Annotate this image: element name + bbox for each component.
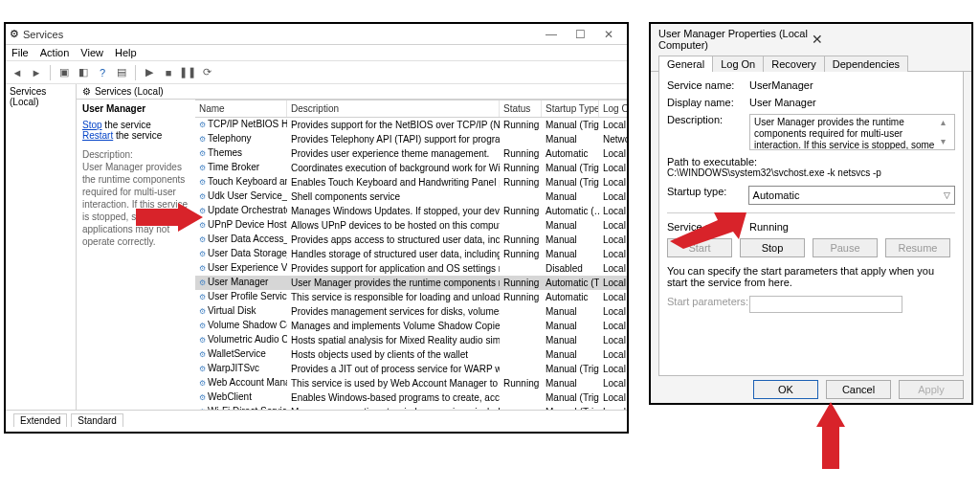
- col-logon[interactable]: Log On As: [599, 100, 627, 117]
- gear-icon: ⚙: [10, 28, 19, 40]
- table-row[interactable]: ⚙Volume Shadow CopyManages and implement…: [195, 319, 627, 333]
- description-box[interactable]: User Manager provides the runtime compon…: [749, 114, 955, 150]
- gear-icon: ⚙: [199, 235, 206, 244]
- table-row[interactable]: ⚙Update Orchestrator ServiceManages Wind…: [195, 204, 627, 218]
- toolbar-icon[interactable]: ▣: [56, 65, 72, 80]
- label-start-params: Start parameters:: [667, 296, 749, 307]
- menu-help[interactable]: Help: [115, 47, 137, 58]
- table-row[interactable]: ⚙User ManagerUser Manager provides the r…: [195, 276, 627, 290]
- stop-link-line: Stop the service: [82, 120, 189, 130]
- toolbar-icon[interactable]: ◧: [76, 65, 91, 80]
- dialog-title: User Manager Properties (Local Computer): [658, 28, 812, 51]
- gear-icon: ⚙: [199, 192, 206, 201]
- forward-button[interactable]: ►: [29, 65, 44, 80]
- ok-button[interactable]: OK: [753, 380, 818, 399]
- table-row[interactable]: ⚙Wi-Fi Direct Services Conne…Manages con…: [195, 405, 627, 410]
- col-status[interactable]: Status: [500, 100, 542, 117]
- services-window: ⚙ Services — ☐ ✕ File Action View Help ◄…: [4, 22, 629, 434]
- grid-header[interactable]: Name Description Status Startup Type Log…: [195, 100, 627, 118]
- restart-button[interactable]: ⟳: [199, 65, 214, 80]
- services-titlebar[interactable]: ⚙ Services — ☐ ✕: [6, 24, 627, 45]
- chevron-down-icon: ▽: [944, 190, 950, 200]
- menu-view[interactable]: View: [80, 47, 103, 58]
- resume-button[interactable]: Resume: [885, 238, 950, 257]
- scrollbar-icon[interactable]: ▴▾: [941, 117, 952, 147]
- table-row[interactable]: ⚙Virtual DiskProvides management service…: [195, 304, 627, 319]
- bottom-tabs: Extended Standard: [6, 410, 627, 429]
- col-startup[interactable]: Startup Type: [542, 100, 599, 117]
- maximize-button[interactable]: ☐: [566, 25, 594, 44]
- pause-button[interactable]: Pause: [813, 238, 878, 257]
- col-name[interactable]: Name: [195, 100, 287, 117]
- table-row[interactable]: ⚙TelephonyProvides Telephony API (TAPI) …: [195, 132, 627, 146]
- tree-pane[interactable]: Services (Local): [6, 84, 77, 410]
- scope-label: Services (Local): [95, 86, 164, 97]
- table-row[interactable]: ⚙Udk User Service_10bb3f60Shell componen…: [195, 189, 627, 204]
- gear-icon: ⚙: [199, 379, 206, 388]
- pause-button[interactable]: ❚❚: [180, 65, 195, 80]
- table-row[interactable]: ⚙User Data Access_10bb3f60Provides apps …: [195, 233, 627, 247]
- stop-service-link[interactable]: Stop: [82, 120, 102, 130]
- close-button[interactable]: ✕: [812, 32, 965, 47]
- cancel-button[interactable]: Cancel: [826, 380, 891, 399]
- minimize-button[interactable]: —: [537, 25, 566, 44]
- tab-standard[interactable]: Standard: [71, 413, 123, 427]
- table-row[interactable]: ⚙Web Account ManagerThis service is used…: [195, 376, 627, 390]
- stop-button[interactable]: Stop: [740, 238, 805, 257]
- svg-marker-2: [816, 402, 845, 469]
- table-row[interactable]: ⚙User Profile ServiceThis service is res…: [195, 290, 627, 304]
- tab-general[interactable]: General: [658, 56, 713, 72]
- apply-button[interactable]: Apply: [899, 380, 964, 399]
- table-row[interactable]: ⚙WarpJITSvcProvides a JIT out of process…: [195, 362, 627, 376]
- menu-file[interactable]: File: [11, 47, 29, 58]
- table-row[interactable]: ⚙WebClientEnables Windows-based programs…: [195, 390, 627, 405]
- value-service-status: Running: [749, 221, 955, 233]
- tab-recovery[interactable]: Recovery: [763, 56, 824, 72]
- gear-icon: ⚙: [199, 350, 206, 359]
- restart-link-line: Restart the service: [82, 130, 189, 141]
- menu-action[interactable]: Action: [40, 47, 70, 58]
- services-grid[interactable]: Name Description Status Startup Type Log…: [195, 100, 627, 410]
- tab-dependencies[interactable]: Dependencies: [824, 56, 908, 72]
- tree-root[interactable]: Services (Local): [10, 86, 72, 107]
- stop-button[interactable]: ■: [161, 65, 176, 80]
- gear-icon: ⚙: [199, 278, 206, 287]
- dialog-body: Service name: UserManager Display name: …: [658, 72, 964, 376]
- annotation-arrow-icon: [816, 402, 845, 469]
- label-path: Path to executable:: [667, 156, 955, 167]
- help-icon[interactable]: ?: [95, 65, 110, 80]
- play-button[interactable]: ▶: [142, 65, 157, 80]
- tab-logon[interactable]: Log On: [712, 56, 764, 72]
- back-button[interactable]: ◄: [10, 65, 25, 80]
- table-row[interactable]: ⚙WalletServiceHosts objects used by clie…: [195, 347, 627, 362]
- table-row[interactable]: ⚙User Experience Virtualizati…Provides s…: [195, 261, 627, 276]
- scope-row: ⚙ Services (Local): [77, 84, 627, 100]
- gear-icon: ⚙: [199, 293, 206, 301]
- restart-service-link[interactable]: Restart: [82, 130, 113, 141]
- start-parameters-input[interactable]: [749, 296, 902, 313]
- table-row[interactable]: ⚙TCP/IP NetBIOS HelperProvides support f…: [195, 118, 627, 132]
- close-button[interactable]: ✕: [594, 25, 623, 44]
- table-row[interactable]: ⚙User Data Storage_10bb3f60Handles stora…: [195, 247, 627, 261]
- tab-extended[interactable]: Extended: [13, 413, 67, 427]
- gear-icon: ⚙: [199, 149, 206, 158]
- toolbar-icon[interactable]: ▤: [114, 65, 129, 80]
- table-row[interactable]: ⚙Touch Keyboard and Hand…Enables Touch K…: [195, 175, 627, 189]
- services-menubar: File Action View Help: [6, 45, 627, 61]
- table-row[interactable]: ⚙ThemesProvides user experience theme ma…: [195, 146, 627, 161]
- gear-icon: ⚙: [199, 135, 206, 144]
- col-description[interactable]: Description: [287, 100, 500, 117]
- table-row[interactable]: ⚙UPnP Device HostAllows UPnP devices to …: [195, 218, 627, 233]
- detail-pane: User Manager Stop the service Restart th…: [77, 100, 195, 410]
- label-service-status: Service status:: [667, 221, 749, 233]
- param-help: You can specify the start parameters tha…: [667, 265, 955, 288]
- label-service-name: Service name:: [667, 79, 749, 91]
- startup-type-combo[interactable]: Automatic ▽: [748, 186, 955, 205]
- gear-icon: ⚙: [199, 307, 206, 316]
- dialog-titlebar[interactable]: User Manager Properties (Local Computer)…: [651, 24, 971, 55]
- gear-icon: ⚙: [199, 221, 206, 230]
- gear-icon: ⚙: [199, 164, 206, 172]
- table-row[interactable]: ⚙Volumetric Audio Composit…Hosts spatial…: [195, 333, 627, 347]
- start-button[interactable]: Start: [667, 238, 732, 257]
- table-row[interactable]: ⚙Time BrokerCoordinates execution of bac…: [195, 161, 627, 175]
